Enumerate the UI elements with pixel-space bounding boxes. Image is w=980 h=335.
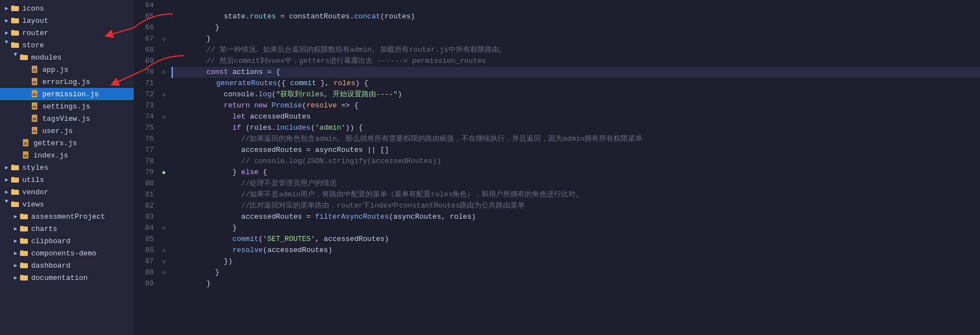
- line-num: 85: [143, 234, 154, 245]
- expand-arrow-vendor: ▶: [2, 189, 11, 195]
- sidebar-item-styles[interactable]: ▶ styles: [0, 161, 134, 174]
- line-num: 67: [143, 33, 154, 45]
- code-line-89: [172, 278, 980, 289]
- gutter-item: ◇: [158, 267, 169, 278]
- line-num: 74: [143, 111, 154, 122]
- gutter-item: [158, 11, 169, 22]
- expand-arrow: ▶: [11, 213, 20, 220]
- svg-rect-33: [11, 201, 14, 203]
- sidebar-item-label: documentation: [31, 274, 87, 282]
- gutter-item: [158, 278, 169, 289]
- line-num: 73: [143, 100, 154, 111]
- file-icon-js: JS: [31, 115, 40, 122]
- folder-icon-modules: [20, 53, 29, 61]
- sidebar-item-label: tagsView.js: [42, 115, 90, 123]
- sidebar-item-label: assessmentProject: [31, 213, 105, 221]
- sidebar-item-app-js[interactable]: JS app.js: [0, 63, 134, 76]
- gutter-item: [158, 211, 169, 223]
- sidebar-item-label: getters.js: [33, 139, 77, 147]
- sidebar-item-utils[interactable]: ▶ utils: [0, 174, 134, 186]
- sidebar-item-layout[interactable]: ▶ layout: [0, 14, 134, 27]
- sidebar-item-errorlog-js[interactable]: JS errorLog.js: [0, 76, 134, 88]
- sidebar-item-label: store: [22, 41, 44, 50]
- line-num: 78: [143, 156, 154, 167]
- sidebar-item-label: views: [22, 200, 44, 209]
- sidebar-item-user-js[interactable]: JS user.js: [0, 125, 134, 137]
- expand-arrow: ▶: [11, 225, 20, 232]
- line-num: 81: [143, 189, 154, 200]
- sidebar-item-label: index.js: [33, 151, 68, 160]
- code-line-66: }: [172, 22, 980, 33]
- folder-icon-icons: [11, 4, 20, 12]
- sidebar-item-icons[interactable]: ▶ icons: [0, 2, 134, 14]
- svg-rect-31: [11, 189, 14, 191]
- expand-arrow-layout: ▶: [2, 17, 11, 24]
- sidebar-item-charts[interactable]: ▶ charts: [0, 223, 134, 235]
- sidebar-item-label: clipboard: [31, 237, 70, 245]
- line-num: 82: [143, 200, 154, 211]
- sidebar-item-tagsview-js[interactable]: JS tagsView.js: [0, 112, 134, 125]
- sidebar-item-settings-js[interactable]: JS settings.js: [0, 100, 134, 112]
- expand-arrow-icons: ▶: [2, 5, 11, 12]
- sidebar-item-label: charts: [31, 225, 57, 233]
- code-area: 64 65 66 67 68 69 70 71 72 73 74 75 76 7…: [134, 0, 980, 335]
- gutter-item: [158, 78, 169, 89]
- expand-arrow: ▶: [11, 274, 20, 281]
- code-content[interactable]: state.routes = constantRoutes.concat(rou…: [169, 0, 980, 335]
- sidebar-item-clipboard[interactable]: ▶ clipboard: [0, 235, 134, 247]
- gutter-item: [158, 22, 169, 33]
- line-num: 72: [143, 89, 154, 100]
- sidebar-item-modules[interactable]: ▶ modules: [0, 51, 134, 63]
- folder-icon: [20, 262, 29, 269]
- sidebar-item-label: utils: [22, 176, 44, 184]
- svg-text:JS: JS: [32, 68, 37, 72]
- gutter-item: ◇: [158, 89, 169, 100]
- gutter-item: [158, 178, 169, 189]
- sidebar-item-label: app.js: [42, 66, 69, 74]
- file-icon-js: JS: [31, 78, 40, 86]
- sidebar-item-store[interactable]: ▶ store: [0, 39, 134, 51]
- sidebar-item-router[interactable]: ▶ router: [0, 27, 134, 39]
- gutter-item: ◇: [158, 111, 169, 122]
- svg-rect-5: [11, 30, 14, 32]
- code-line-64: state.routes = constantRoutes.concat(rou…: [172, 0, 980, 11]
- svg-rect-43: [20, 263, 23, 264]
- expand-arrow-views: ▶: [3, 200, 10, 209]
- gutter-item: ◇: [158, 223, 169, 234]
- sidebar-item-index-js[interactable]: JS index.js: [0, 149, 134, 161]
- sidebar-item-views[interactable]: ▶ views: [0, 198, 134, 210]
- line-num: 77: [143, 145, 154, 156]
- sidebar-item-dashboard[interactable]: ▶ dashboard: [0, 259, 134, 272]
- line-num: 84: [143, 223, 154, 234]
- gutter-item: [158, 56, 169, 67]
- sidebar-item-label: components-demo: [31, 249, 96, 258]
- svg-rect-3: [11, 18, 14, 19]
- sidebar-item-permission-js[interactable]: JS permission.js: [0, 88, 134, 100]
- sidebar-item-label: icons: [22, 4, 44, 13]
- folder-icon: [20, 225, 29, 233]
- sidebar-item-getters-js[interactable]: JS getters.js: [0, 137, 134, 149]
- gutter-item: ◇: [158, 256, 169, 267]
- line-num: 79: [143, 167, 154, 178]
- sidebar-item-vendor[interactable]: ▶ vendor: [0, 186, 134, 198]
- code-line-79: //处理不是管理员用户的情况: [172, 167, 980, 178]
- sidebar-item-assessmentproject[interactable]: ▶ assessmentProject: [0, 210, 134, 223]
- sidebar-item-documentation[interactable]: ▶ documentation: [0, 272, 134, 284]
- file-tree[interactable]: ▶ icons ▶ layout ▶ router ▶: [0, 0, 134, 335]
- file-icon-js: JS: [22, 139, 31, 147]
- expand-arrow-router: ▶: [2, 29, 11, 36]
- gutter-item: [158, 122, 169, 134]
- gutter-item: [158, 189, 169, 200]
- gutter-item: [158, 0, 169, 11]
- svg-rect-27: [11, 165, 14, 166]
- sidebar-item-label: permission.js: [42, 90, 99, 98]
- svg-rect-1: [11, 6, 14, 7]
- line-num: 80: [143, 178, 154, 189]
- gutter-item: [158, 200, 169, 211]
- line-num: 66: [143, 22, 154, 33]
- sidebar-item-label: errorLog.js: [42, 78, 90, 86]
- code-gutter: ◇ ◇ ◇ ◇ ◆ ◇ ◇ ◇ ◇: [158, 0, 169, 335]
- svg-rect-41: [20, 250, 23, 252]
- svg-rect-45: [20, 275, 23, 277]
- sidebar-item-componentsdemo[interactable]: ▶ components-demo: [0, 247, 134, 259]
